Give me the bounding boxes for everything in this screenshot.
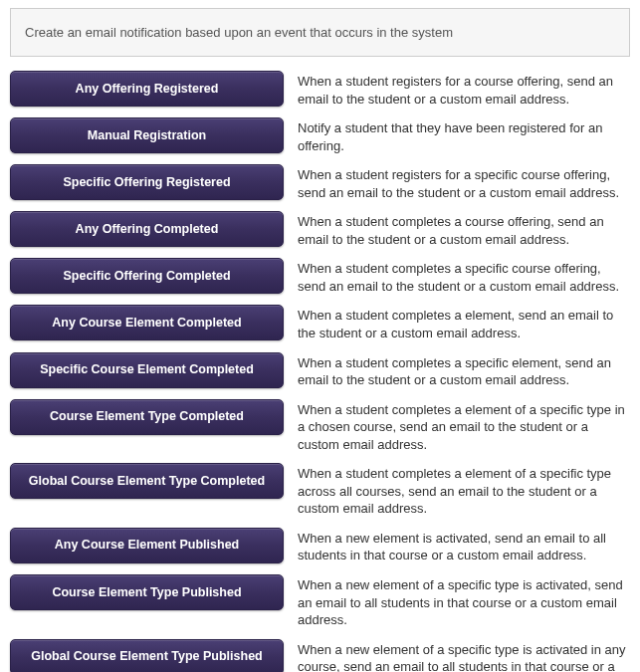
notification-row: Specific Offering RegisteredWhen a stude… (10, 164, 630, 201)
notification-description: Notify a student that they have been reg… (284, 117, 630, 154)
notification-description: When a student registers for a specific … (284, 164, 630, 201)
notification-row: Any Course Element CompletedWhen a stude… (10, 305, 630, 341)
any-offering-registered-button[interactable]: Any Offering Registered (10, 71, 284, 107)
notification-description: When a student registers for a course of… (284, 71, 630, 108)
button-label: Any Course Element Published (55, 538, 239, 553)
notification-row: Any Offering CompletedWhen a student com… (10, 211, 630, 248)
course-element-type-published-button[interactable]: Course Element Type Published (10, 574, 284, 610)
notification-list: Any Offering RegisteredWhen a student re… (10, 71, 630, 672)
global-course-element-type-completed-button[interactable]: Global Course Element Type Completed (10, 463, 284, 499)
notification-description: When a new element of a specific type is… (284, 574, 630, 629)
page-header: Create an email notification based upon … (10, 8, 630, 57)
notification-description: When a student completes a element of a … (284, 463, 630, 518)
notification-description: When a student completes a course offeri… (284, 211, 630, 248)
button-label: Global Course Element Type Completed (29, 474, 265, 489)
notification-row: Specific Offering CompletedWhen a studen… (10, 258, 630, 295)
any-course-element-published-button[interactable]: Any Course Element Published (10, 528, 284, 563)
notification-row: Any Course Element PublishedWhen a new e… (10, 528, 630, 564)
button-label: Any Offering Completed (76, 222, 219, 237)
button-label: Global Course Element Type Published (31, 649, 262, 664)
notification-row: Course Element Type PublishedWhen a new … (10, 574, 630, 629)
any-course-element-completed-button[interactable]: Any Course Element Completed (10, 305, 284, 340)
notification-row: Any Offering RegisteredWhen a student re… (10, 71, 630, 108)
notification-description: When a new element of a specific type is… (284, 639, 630, 672)
button-label: Manual Registration (88, 128, 206, 143)
notification-row: Global Course Element Type PublishedWhen… (10, 639, 630, 672)
button-label: Any Offering Registered (76, 82, 219, 97)
notification-row: Specific Course Element CompletedWhen a … (10, 352, 630, 389)
manual-registration-button[interactable]: Manual Registration (10, 117, 284, 153)
button-label: Specific Offering Completed (63, 269, 230, 284)
course-element-type-completed-button[interactable]: Course Element Type Completed (10, 399, 284, 435)
notification-description: When a student completes a element, send… (284, 305, 630, 341)
notification-description: When a new element is activated, send an… (284, 528, 630, 564)
button-label: Course Element Type Completed (50, 409, 244, 424)
notification-description: When a student completes a specific cour… (284, 258, 630, 295)
notification-description: When a student completes a specific elem… (284, 352, 630, 389)
notification-row: Global Course Element Type CompletedWhen… (10, 463, 630, 518)
button-label: Course Element Type Published (52, 585, 241, 600)
notification-row: Manual RegistrationNotify a student that… (10, 117, 630, 154)
button-label: Any Course Element Completed (52, 316, 241, 331)
button-label: Specific Offering Registered (63, 175, 230, 190)
specific-offering-completed-button[interactable]: Specific Offering Completed (10, 258, 284, 294)
specific-offering-registered-button[interactable]: Specific Offering Registered (10, 164, 284, 200)
notification-description: When a student completes a element of a … (284, 399, 630, 454)
notification-row: Course Element Type CompletedWhen a stud… (10, 399, 630, 454)
page-header-text: Create an email notification based upon … (25, 25, 453, 40)
any-offering-completed-button[interactable]: Any Offering Completed (10, 211, 284, 247)
specific-course-element-completed-button[interactable]: Specific Course Element Completed (10, 352, 284, 388)
button-label: Specific Course Element Completed (40, 362, 254, 377)
global-course-element-type-published-button[interactable]: Global Course Element Type Published (10, 639, 284, 672)
